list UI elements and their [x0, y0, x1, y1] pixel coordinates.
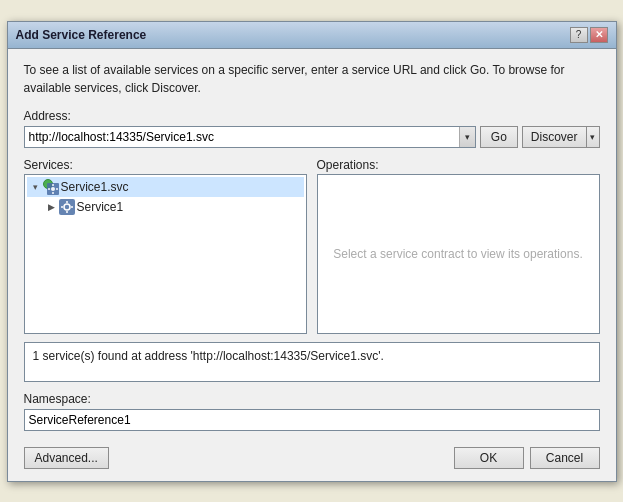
address-row: ▾ Go Discover ▾: [24, 126, 600, 148]
advanced-button[interactable]: Advanced...: [24, 447, 109, 469]
close-button[interactable]: ✕: [590, 27, 608, 43]
address-input[interactable]: [25, 127, 459, 147]
tree-item-service1[interactable]: ▶: [43, 197, 304, 217]
operations-label: Operations:: [317, 158, 600, 172]
cancel-button[interactable]: Cancel: [530, 447, 600, 469]
svg-rect-2: [52, 184, 54, 186]
gear-icon: [47, 183, 59, 195]
tree-expand-root[interactable]: ▾: [29, 180, 43, 194]
discover-dropdown-button[interactable]: ▾: [586, 126, 600, 148]
operations-panel: Select a service contract to view its op…: [317, 174, 600, 334]
service1-icon: [59, 199, 75, 215]
dialog-content: To see a list of available services on a…: [8, 49, 616, 481]
description-text: To see a list of available services on a…: [24, 61, 600, 97]
panels-row: Services: ▾: [24, 158, 600, 334]
address-input-wrapper: ▾: [24, 126, 476, 148]
address-label: Address:: [24, 109, 600, 123]
address-dropdown-button[interactable]: ▾: [459, 127, 475, 147]
svg-rect-3: [52, 192, 54, 194]
tree-item-service1svc-label: Service1.svc: [61, 180, 129, 194]
operations-hint: Select a service contract to view its op…: [320, 177, 597, 331]
svg-rect-5: [56, 188, 58, 190]
title-bar: Add Service Reference ? ✕: [8, 22, 616, 49]
discover-button[interactable]: Discover: [522, 126, 586, 148]
tree-item-service1svc[interactable]: ▾: [27, 177, 304, 197]
status-text: 1 service(s) found at address 'http://lo…: [33, 349, 384, 363]
status-box: 1 service(s) found at address 'http://lo…: [24, 342, 600, 382]
namespace-label: Namespace:: [24, 392, 600, 406]
dialog-title: Add Service Reference: [16, 28, 147, 42]
title-bar-buttons: ? ✕: [570, 27, 608, 43]
svg-point-1: [51, 187, 55, 191]
right-buttons: OK Cancel: [454, 447, 600, 469]
namespace-input[interactable]: [24, 409, 600, 431]
tree-item-service1-label: Service1: [77, 200, 124, 214]
go-button[interactable]: Go: [480, 126, 518, 148]
service1-svg-icon: [59, 199, 75, 215]
svg-rect-4: [48, 188, 50, 190]
help-button[interactable]: ?: [570, 27, 588, 43]
namespace-section: Namespace:: [24, 392, 600, 431]
tree-expand-child[interactable]: ▶: [45, 200, 59, 214]
service1-icon-container: [59, 199, 75, 215]
add-service-reference-dialog: Add Service Reference ? ✕ To see a list …: [7, 21, 617, 482]
operations-panel-container: Operations: Select a service contract to…: [317, 158, 600, 334]
discover-wrapper: Discover ▾: [522, 126, 600, 148]
bottom-buttons: Advanced... OK Cancel: [24, 443, 600, 469]
services-label: Services:: [24, 158, 307, 172]
ok-button[interactable]: OK: [454, 447, 524, 469]
tree-child-container: ▶: [27, 197, 304, 217]
service-icon: [43, 179, 59, 195]
services-panel-container: Services: ▾: [24, 158, 307, 334]
services-panel[interactable]: ▾: [24, 174, 307, 334]
service-icon-container: [43, 179, 59, 195]
